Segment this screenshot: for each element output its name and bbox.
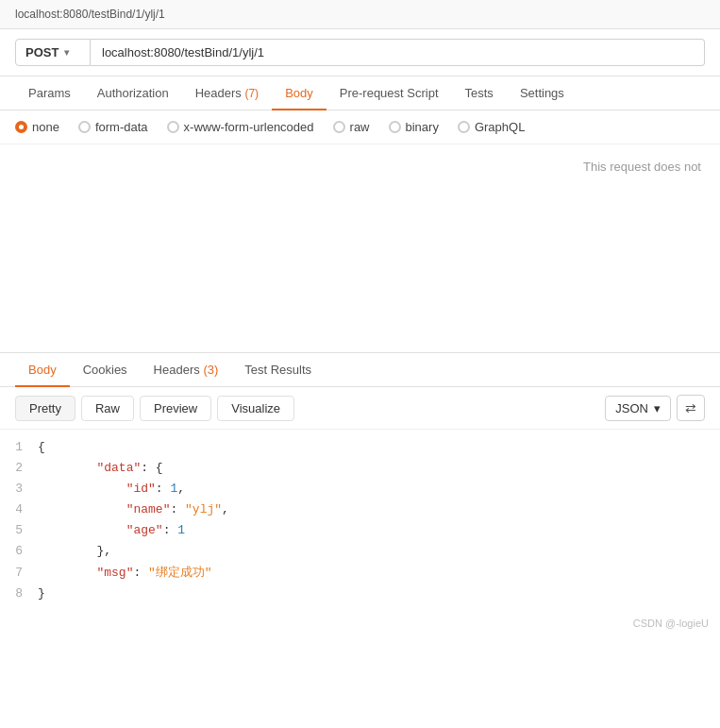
radio-binary-dot [389, 121, 401, 133]
tab-pre-request-label: Pre-request Script [340, 86, 439, 100]
line-num-4: 4 [0, 499, 38, 520]
json-line-4: 4 "name": "ylj", [0, 499, 720, 520]
tab-authorization-label: Authorization [97, 86, 169, 100]
line-content-5: "age": 1 [38, 520, 720, 541]
top-url-bar: localhost:8080/testBind/1/ylj/1 [0, 0, 720, 29]
tab-headers-label: Headers [195, 86, 242, 100]
radio-raw-dot [333, 121, 345, 133]
tab-body-label: Body [285, 86, 313, 100]
wrap-btn[interactable]: ⇄ [677, 395, 705, 421]
radio-binary-label: binary [406, 120, 439, 134]
line-content-1: { [38, 437, 720, 458]
response-tab-cookies[interactable]: Cookies [70, 353, 141, 386]
tab-headers-badge: (7) [244, 87, 259, 100]
tab-authorization[interactable]: Authorization [84, 76, 182, 110]
method-chevron-icon: ▾ [64, 47, 69, 58]
json-viewer: 1 { 2 "data": { 3 "id": 1, 4 "name": "yl… [0, 430, 720, 612]
tab-headers[interactable]: Headers (7) [182, 76, 272, 110]
line-content-3: "id": 1, [38, 479, 720, 499]
response-tab-headers-badge: (3) [203, 363, 218, 377]
line-num-5: 5 [0, 520, 38, 541]
tab-tests-label: Tests [465, 86, 494, 100]
line-num-1: 1 [0, 437, 38, 458]
body-type-binary[interactable]: binary [389, 120, 439, 134]
line-content-4: "name": "ylj", [38, 499, 720, 520]
format-visualize-btn[interactable]: Visualize [217, 396, 294, 421]
tab-body[interactable]: Body [272, 76, 327, 110]
line-num-8: 8 [0, 584, 38, 604]
json-line-6: 6 }, [0, 541, 720, 562]
radio-graphql-dot [458, 121, 470, 133]
json-line-7: 7 "msg": "绑定成功" [0, 563, 720, 584]
body-type-row: none form-data x-www-form-urlencoded raw… [0, 110, 720, 144]
watermark-text: CSDN @-logieU [633, 618, 709, 629]
wrap-icon: ⇄ [685, 400, 696, 415]
tab-params[interactable]: Params [15, 76, 84, 110]
body-type-graphql[interactable]: GraphQL [458, 120, 525, 134]
format-type-chevron-icon: ▾ [654, 401, 661, 415]
url-input[interactable] [91, 39, 705, 66]
tab-pre-request[interactable]: Pre-request Script [327, 76, 452, 110]
tab-settings-label: Settings [520, 86, 564, 100]
tab-settings[interactable]: Settings [507, 76, 578, 110]
response-tab-body[interactable]: Body [15, 353, 70, 386]
method-label: POST [25, 45, 59, 59]
response-section: Body Cookies Headers (3) Test Results Pr… [0, 352, 720, 635]
response-tab-headers[interactable]: Headers (3) [141, 353, 232, 386]
json-line-3: 3 "id": 1, [0, 479, 720, 499]
request-bar: POST ▾ [0, 29, 720, 76]
radio-graphql-label: GraphQL [475, 120, 525, 134]
line-content-6: }, [38, 541, 720, 562]
radio-urlencoded-label: x-www-form-urlencoded [184, 120, 314, 134]
format-preview-btn[interactable]: Preview [140, 396, 211, 421]
body-type-form-data[interactable]: form-data [78, 120, 148, 134]
watermark: CSDN @-logieU [0, 612, 720, 635]
no-body-message: This request does not [583, 160, 701, 174]
body-type-raw[interactable]: raw [333, 120, 370, 134]
response-tabs-nav: Body Cookies Headers (3) Test Results [0, 353, 720, 387]
request-tabs-nav: Params Authorization Headers (7) Body Pr… [0, 76, 720, 110]
radio-raw-label: raw [350, 120, 370, 134]
radio-none-label: none [32, 120, 59, 134]
json-line-8: 8 } [0, 584, 720, 604]
json-line-5: 5 "age": 1 [0, 520, 720, 541]
response-toolbar: Pretty Raw Preview Visualize JSON ▾ ⇄ [0, 387, 720, 430]
format-type-value: JSON [615, 401, 648, 415]
line-content-8: } [38, 584, 720, 604]
radio-urlencoded-dot [167, 121, 179, 133]
tab-params-label: Params [28, 86, 71, 100]
tab-tests[interactable]: Tests [452, 76, 507, 110]
json-line-2: 2 "data": { [0, 458, 720, 479]
top-url-text: localhost:8080/testBind/1/ylj/1 [15, 8, 165, 21]
response-tab-cookies-label: Cookies [83, 363, 127, 377]
radio-form-data-label: form-data [95, 120, 148, 134]
format-pretty-btn[interactable]: Pretty [15, 396, 75, 421]
body-type-none[interactable]: none [15, 120, 59, 134]
line-num-2: 2 [0, 458, 38, 479]
radio-form-data-dot [78, 121, 91, 133]
line-num-6: 6 [0, 541, 38, 562]
response-tab-headers-label: Headers [154, 363, 200, 377]
body-content-area: This request does not [0, 144, 720, 352]
body-type-urlencoded[interactable]: x-www-form-urlencoded [167, 120, 314, 134]
format-raw-btn[interactable]: Raw [81, 396, 134, 421]
line-num-7: 7 [0, 563, 38, 584]
method-select[interactable]: POST ▾ [15, 39, 91, 66]
line-num-3: 3 [0, 479, 38, 499]
response-tab-test-results[interactable]: Test Results [231, 353, 325, 386]
line-content-2: "data": { [38, 458, 720, 479]
response-tab-body-label: Body [28, 363, 57, 377]
json-line-1: 1 { [0, 437, 720, 458]
line-content-7: "msg": "绑定成功" [38, 563, 720, 584]
format-type-select[interactable]: JSON ▾ [605, 396, 671, 421]
response-tab-test-results-label: Test Results [244, 363, 311, 377]
radio-none-dot [15, 121, 27, 133]
